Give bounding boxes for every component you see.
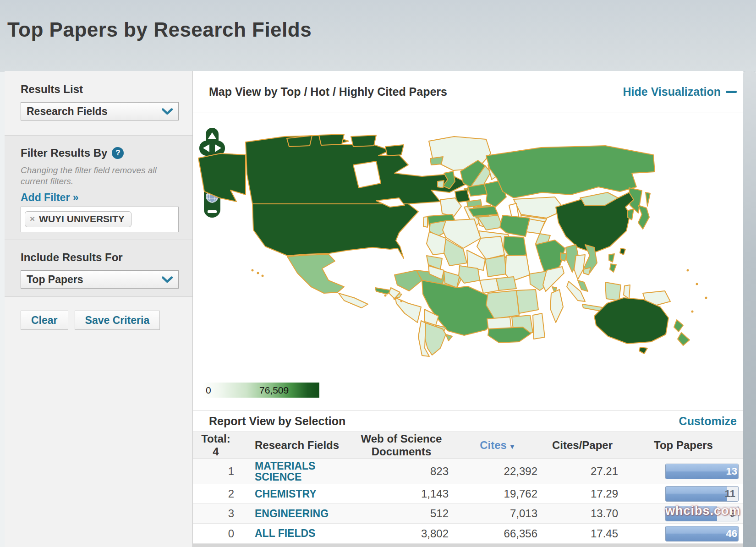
research-field-link[interactable]: ENGINEERING	[239, 508, 349, 519]
column-header-research-fields: Research Fields	[239, 439, 349, 452]
column-header-wos-documents: Web of Science Documents	[349, 432, 454, 458]
wos-documents-value: 1,143	[349, 487, 454, 500]
page-title: Top Papers by Research Fields	[7, 18, 312, 41]
total-count: Total: 4	[193, 432, 239, 458]
sidebar: Results List Research Fields Filter Resu…	[5, 71, 192, 547]
cites-value: 19,762	[454, 487, 541, 500]
column-header-top-papers: Top Papers	[624, 439, 743, 452]
top-papers-bar-cell: 46	[624, 524, 743, 543]
filter-tags-box: × WUYI UNIVERSITY	[21, 207, 179, 232]
research-field-link[interactable]: MATERIALS SCIENCE	[239, 460, 349, 482]
wos-documents-value: 3,802	[349, 527, 454, 540]
legend-min-value: 0	[206, 385, 211, 396]
map-title: Map View by Top / Hot / Highly Cited Pap…	[209, 85, 447, 98]
app-window: Top Papers by Research Fields Results Li…	[0, 0, 756, 547]
watermark: whcibs.com	[665, 504, 741, 518]
table-row: 0 ALL FIELDS 3,802 66,356 17.45 46	[193, 524, 743, 544]
cites-per-paper-value: 17.29	[541, 487, 624, 500]
include-results-heading: Include Results For	[21, 251, 192, 264]
add-filter-link[interactable]: Add Filter »	[21, 191, 79, 204]
remove-filter-icon[interactable]: ×	[30, 214, 35, 224]
cites-per-paper-value: 27.21	[541, 465, 624, 478]
wos-documents-value: 823	[349, 465, 454, 478]
cites-value: 66,356	[454, 527, 541, 540]
filter-tag: × WUYI UNIVERSITY	[25, 211, 131, 227]
world-choropleth-map[interactable]	[193, 133, 734, 357]
row-rank: 1	[193, 465, 239, 478]
map-header: Map View by Top / Hot / Highly Cited Pap…	[193, 71, 743, 113]
table-bottom-strip	[193, 544, 743, 547]
help-icon[interactable]: ?	[112, 147, 124, 159]
sort-descending-icon: ▼	[509, 443, 515, 450]
filter-tag-label: WUYI UNIVERSITY	[39, 213, 125, 224]
include-results-section: Include Results For Top Papers	[5, 240, 192, 296]
scroll-margin-strip[interactable]	[743, 71, 756, 547]
research-field-link[interactable]: ALL FIELDS	[239, 528, 349, 539]
results-list-value: Research Fields	[27, 105, 107, 118]
top-papers-bar-cell: 11	[624, 484, 743, 503]
minus-icon	[726, 91, 737, 93]
column-header-cites-per-paper: Cites/Paper	[541, 439, 624, 452]
chevron-down-icon	[162, 276, 173, 283]
main-panel: Map View by Top / Hot / Highly Cited Pap…	[192, 71, 743, 547]
map-zone: 0 76,509	[193, 113, 743, 410]
clear-button[interactable]: Clear	[21, 311, 68, 330]
report-title: Report View by Selection	[209, 415, 345, 428]
cites-value: 22,392	[454, 465, 541, 478]
table-row: 2 CHEMISTRY 1,143 19,762 17.29 11	[193, 484, 743, 504]
legend-max-value: 76,509	[259, 385, 289, 396]
map-legend: 0 76,509	[202, 383, 319, 398]
wos-documents-value: 512	[349, 507, 454, 520]
top-papers-bar: 13	[665, 464, 739, 479]
report-header: Report View by Selection Customize	[193, 410, 743, 432]
include-results-dropdown[interactable]: Top Papers	[21, 270, 179, 289]
research-field-link[interactable]: CHEMISTRY	[239, 488, 349, 499]
cites-per-paper-value: 13.70	[541, 507, 624, 520]
top-papers-value: 13	[726, 465, 737, 477]
results-list-heading: Results List	[21, 83, 192, 96]
top-papers-bar: 11	[665, 486, 739, 502]
top-papers-bar: 46	[665, 526, 739, 542]
bar-fill	[666, 487, 727, 501]
hide-visualization-link[interactable]: Hide Visualization	[623, 85, 737, 98]
filter-heading: Filter Results By	[21, 147, 107, 159]
table-header-row: Total: 4 Research Fields Web of Science …	[193, 432, 743, 459]
top-papers-value: 11	[725, 488, 735, 500]
filter-section: Filter Results By ? Changing the filter …	[5, 135, 192, 240]
results-list-section: Results List Research Fields	[5, 71, 192, 135]
row-rank: 3	[193, 507, 239, 520]
hide-visualization-label: Hide Visualization	[623, 85, 721, 98]
top-papers-bar-cell: 13	[624, 459, 743, 484]
page-header: Top Papers by Research Fields	[0, 0, 756, 71]
actions-section: Clear Save Criteria	[5, 296, 192, 547]
results-list-dropdown[interactable]: Research Fields	[21, 102, 179, 120]
table-row: 1 MATERIALS SCIENCE 823 22,392 27.21 13	[193, 459, 743, 484]
cites-value: 7,013	[454, 507, 541, 520]
column-header-cites-sort[interactable]: Cites▼	[454, 439, 541, 452]
filter-note: Changing the filter field removes all cu…	[21, 165, 172, 187]
table-row: 3 ENGINEERING 512 7,013 13.70 9	[193, 504, 743, 524]
chevron-down-icon	[162, 108, 173, 115]
row-rank: 2	[193, 487, 239, 500]
save-criteria-button[interactable]: Save Criteria	[75, 311, 160, 330]
cites-per-paper-value: 17.45	[541, 527, 624, 540]
include-results-value: Top Papers	[27, 274, 83, 286]
top-papers-value: 46	[726, 528, 737, 540]
customize-link[interactable]: Customize	[679, 415, 737, 428]
row-rank: 0	[193, 527, 239, 540]
